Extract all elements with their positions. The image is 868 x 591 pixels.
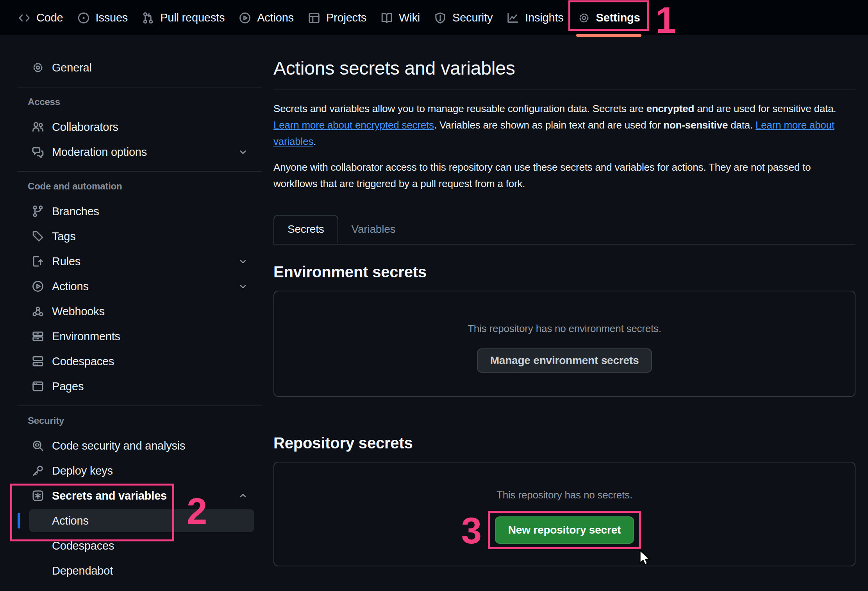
issue-opened-icon — [77, 12, 90, 24]
people-icon — [32, 121, 44, 133]
sidebar-divider — [18, 171, 262, 172]
tag-icon — [32, 230, 44, 243]
environment-secrets-heading: Environment secrets — [273, 262, 855, 281]
sidebar-item-codespaces[interactable]: Codespaces — [29, 350, 254, 373]
tab-secrets[interactable]: Secrets — [273, 215, 338, 244]
nav-tab-settings[interactable]: Settings1 — [574, 7, 644, 29]
nav-tab-label: Actions — [257, 11, 294, 24]
mouse-cursor — [636, 548, 654, 566]
webhook-icon — [32, 305, 44, 318]
secrets-variables-tabs: SecretsVariables — [273, 215, 855, 245]
sidebar-item-tags[interactable]: Tags — [29, 225, 254, 248]
repository-secrets-box: This repository has no secrets. New repo… — [273, 462, 855, 566]
sidebar-item-dependabot[interactable]: Dependabot — [29, 559, 254, 582]
description-text: data. — [728, 119, 755, 131]
sidebar-item-label: Collaborators — [52, 121, 118, 134]
sidebar-item-label: Code security and analysis — [52, 439, 185, 452]
annotation-number-1: 1 — [655, 2, 676, 39]
key-asterisk-icon — [32, 489, 44, 502]
nav-tab-label: Insights — [525, 11, 563, 24]
bold-text: encrypted — [647, 103, 694, 114]
nav-tab-label: Code — [36, 11, 63, 24]
learn-more-link[interactable]: Learn more about encrypted secrets — [273, 119, 434, 131]
sidebar-item-secrets-and-variables[interactable]: Secrets and variables2 — [29, 484, 254, 507]
server-icon — [32, 330, 44, 343]
description-text: . — [313, 136, 316, 147]
sidebar-item-pages[interactable]: Pages — [29, 375, 254, 398]
new-repository-secret-button[interactable]: New repository secret — [495, 516, 634, 544]
sidebar-item-label: Actions — [52, 514, 89, 527]
sidebar-item-label: Codespaces — [52, 539, 114, 552]
settings-sidebar: GeneralAccessCollaboratorsModeration opt… — [0, 36, 264, 584]
graph-icon — [507, 12, 519, 24]
description-text: and are used for sensitive data. — [694, 103, 836, 114]
sidebar-item-label: Pages — [52, 380, 84, 393]
repository-secrets-heading: Repository secrets — [273, 434, 855, 452]
codespaces-icon — [32, 355, 44, 368]
sidebar-section-header: Security — [28, 414, 264, 427]
sidebar-item-actions[interactable]: Actions — [29, 509, 254, 532]
nav-tab-security[interactable]: Security — [430, 7, 497, 29]
key-icon — [32, 464, 44, 477]
gear-icon — [32, 61, 44, 74]
sidebar-section-header: Access — [28, 95, 264, 109]
sidebar-item-deploy-keys[interactable]: Deploy keys — [29, 459, 254, 482]
browser-icon — [32, 380, 44, 393]
nav-tab-issues[interactable]: Issues — [73, 7, 132, 29]
tab-variables[interactable]: Variables — [338, 215, 409, 244]
sidebar-item-label: Actions — [52, 280, 89, 293]
chevron-down-icon — [238, 281, 248, 292]
play-icon — [32, 280, 44, 293]
new-repository-secret-wrap: New repository secret 3 — [495, 516, 634, 544]
sidebar-item-rules[interactable]: Rules — [29, 250, 254, 273]
description-paragraph: Secrets and variables allow you to manag… — [273, 100, 855, 150]
sidebar-divider — [18, 405, 262, 406]
sidebar-item-codespaces[interactable]: Codespaces — [29, 534, 254, 557]
nav-tab-actions[interactable]: Actions — [235, 7, 298, 29]
nav-tab-code[interactable]: Code — [14, 7, 67, 29]
sidebar-item-general[interactable]: General — [29, 56, 254, 79]
sidebar-divider — [18, 87, 262, 87]
sidebar-item-code-security-and-analysis[interactable]: Code security and analysis — [29, 434, 254, 457]
nav-tab-label: Security — [452, 11, 493, 24]
comment-discussion-icon — [32, 146, 44, 158]
nav-tab-label: Settings — [596, 11, 640, 24]
sidebar-item-label: General — [52, 61, 92, 74]
sidebar-item-label: Branches — [52, 205, 99, 218]
table-icon — [308, 12, 320, 24]
sidebar-section-header: Code and automation — [28, 180, 264, 193]
sidebar-item-environments[interactable]: Environments — [29, 325, 254, 348]
nav-tab-label: Pull requests — [160, 11, 225, 24]
chevron-down-icon — [238, 256, 248, 267]
sidebar-item-label: Tags — [52, 230, 75, 243]
book-icon — [380, 12, 393, 24]
title-divider — [273, 89, 855, 89]
nav-tab-projects[interactable]: Projects — [304, 7, 370, 29]
sidebar-item-label: Webhooks — [52, 305, 105, 318]
nav-tab-label: Issues — [96, 11, 128, 24]
codescan-icon — [32, 439, 44, 452]
chevron-up-icon — [238, 490, 248, 501]
play-icon — [239, 12, 251, 24]
code-icon — [18, 12, 30, 24]
manage-environment-secrets-button[interactable]: Manage environment secrets — [477, 348, 652, 373]
bold-text: non-sensitive — [663, 119, 728, 131]
sidebar-item-label: Dependabot — [52, 564, 113, 577]
sidebar-item-label: Secrets and variables — [52, 489, 167, 502]
description-paragraph-2: Anyone with collaborator access to this … — [273, 159, 855, 192]
nav-tab-label: Wiki — [399, 11, 420, 24]
sidebar-item-moderation-options[interactable]: Moderation options — [29, 141, 254, 163]
nav-tab-pull-requests[interactable]: Pull requests — [138, 7, 229, 29]
chevron-down-icon — [238, 146, 248, 157]
nav-tab-wiki[interactable]: Wiki — [377, 7, 424, 29]
sidebar-item-collaborators[interactable]: Collaborators — [29, 116, 254, 138]
sidebar-item-label: Rules — [52, 255, 80, 268]
environment-secrets-empty-text: This repository has no environment secre… — [468, 322, 661, 335]
sidebar-item-branches[interactable]: Branches — [29, 200, 254, 223]
nav-tab-label: Projects — [326, 11, 366, 24]
sidebar-item-webhooks[interactable]: Webhooks — [29, 300, 254, 323]
sidebar-item-actions[interactable]: Actions — [29, 275, 254, 298]
github-settings-page: CodeIssuesPull requestsActionsProjectsWi… — [0, 0, 868, 591]
description-text: . Variables are shown as plain text and … — [434, 119, 663, 131]
nav-tab-insights[interactable]: Insights — [503, 7, 567, 29]
